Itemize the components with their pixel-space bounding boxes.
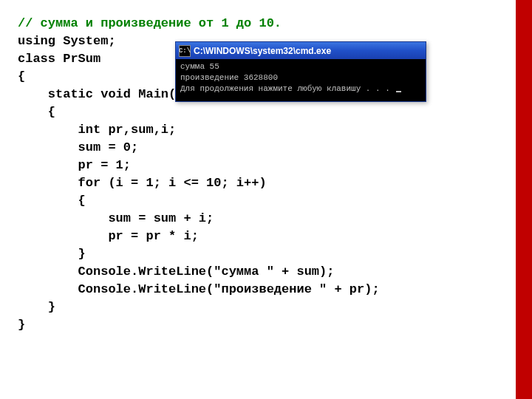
code-line: sum = 0; [18, 139, 380, 157]
console-window: C:\ C:\WINDOWS\system32\cmd.exe сумма 55… [175, 41, 426, 102]
cursor-icon [396, 91, 401, 92]
code-line: pr = 1; [18, 157, 380, 174]
console-line: произведение 3628800 [180, 72, 421, 83]
code-line: Console.WriteLine("произведение " + pr); [18, 281, 380, 299]
console-output: сумма 55 произведение 3628800 Для продол… [175, 59, 426, 102]
code-line: { [18, 103, 380, 121]
cmd-icon: C:\ [179, 45, 191, 57]
code-line: } [18, 316, 380, 334]
code-line: } [18, 245, 380, 263]
code-line: int pr,sum,i; [18, 121, 380, 139]
code-line: Console.WriteLine("сумма " + sum); [18, 263, 380, 281]
console-prompt-text: Для продолжения нажмите любую клавишу . … [180, 84, 395, 93]
console-title: C:\WINDOWS\system32\cmd.exe [194, 46, 331, 56]
code-line: pr = pr * i; [18, 228, 380, 245]
cmd-icon-text: C:\ [179, 47, 191, 55]
code-line: sum = sum + i; [18, 210, 380, 228]
code-line: } [18, 299, 380, 316]
code-line: { [18, 192, 380, 210]
code-line: for (i = 1; i <= 10; i++) [18, 174, 380, 192]
accent-bar [516, 0, 532, 399]
code-comment: // сумма и произведение от 1 до 10. [18, 15, 380, 33]
console-line: сумма 55 [180, 61, 421, 72]
console-line: Для продолжения нажмите любую клавишу . … [180, 83, 421, 95]
console-titlebar: C:\ C:\WINDOWS\system32\cmd.exe [175, 41, 426, 59]
